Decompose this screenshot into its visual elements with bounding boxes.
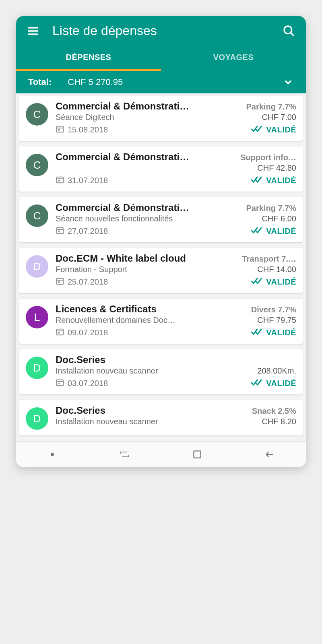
svg-rect-20	[57, 380, 64, 386]
tab-bar: DÉPENSES VOYAGES	[16, 45, 306, 71]
tab-voyages[interactable]: VOYAGES	[161, 45, 306, 71]
expense-title: Commercial & Démonstrati…	[56, 202, 242, 213]
date-text: 27.07.2018	[68, 227, 108, 236]
expense-card[interactable]: CCommercial & Démonstrati…Parking 7.7%Sé…	[19, 197, 303, 242]
calendar-icon	[56, 124, 64, 135]
expense-date: 03.07.2018	[56, 378, 247, 389]
nav-back-icon[interactable]	[262, 448, 278, 461]
expense-date: 09.07.2018	[56, 327, 247, 338]
svg-rect-11	[57, 228, 64, 234]
expense-title: Doc.Series	[56, 354, 296, 365]
expense-list: CCommercial & Démonstrati…Parking 7.7%Sé…	[16, 93, 306, 441]
expense-card[interactable]: DDoc.SeriesSnack 2.5%Installation nouvea…	[19, 400, 303, 436]
expense-tag: Parking 7.7%	[246, 102, 296, 111]
double-check-icon	[251, 328, 263, 338]
svg-rect-16	[58, 281, 60, 283]
avatar: L	[26, 306, 48, 328]
svg-rect-22	[58, 383, 60, 384]
svg-rect-23	[194, 451, 200, 458]
calendar-icon	[56, 277, 64, 287]
expense-subtitle: Renouvellement domaines Doc…	[56, 316, 253, 325]
status-badge: VALIDÉ	[251, 378, 296, 388]
expense-card[interactable]: LLicences & CertificatsDivers 7.7%Renouv…	[19, 299, 303, 344]
date-text: 25.07.2018	[68, 277, 108, 287]
expense-card[interactable]: CCommercial & Démonstrati…Support info… …	[19, 147, 303, 192]
expense-tag: Divers 7.7%	[251, 305, 296, 314]
status-text: VALIDÉ	[266, 125, 296, 134]
svg-rect-13	[58, 231, 60, 232]
expense-card[interactable]: DDoc.SeriesInstallation nouveau scanner2…	[19, 349, 303, 394]
svg-rect-17	[57, 329, 64, 335]
expense-amount: 208.00Km.	[257, 366, 296, 376]
status-badge: VALIDÉ	[251, 175, 296, 186]
page-title: Liste de dépenses	[52, 23, 270, 38]
expense-subtitle: Formation - Support	[56, 265, 253, 274]
calendar-icon	[56, 226, 64, 237]
double-check-icon	[251, 175, 263, 186]
status-text: VALIDÉ	[266, 227, 296, 236]
card-body: Doc.SeriesInstallation nouveau scanner20…	[56, 354, 296, 389]
date-text: 09.07.2018	[68, 328, 108, 337]
expense-subtitle: Installation nouveau scanner	[56, 417, 258, 426]
avatar: C	[26, 204, 48, 227]
expense-title: Licences & Certificats	[56, 303, 247, 315]
expense-title: Doc.ECM - White label cloud	[56, 253, 238, 264]
avatar: D	[26, 407, 48, 430]
expense-date: 27.07.2018	[56, 226, 247, 237]
svg-rect-8	[57, 177, 64, 183]
svg-rect-7	[58, 129, 60, 131]
date-text: 31.07.2018	[68, 176, 108, 185]
status-badge: VALIDÉ	[251, 277, 296, 287]
expense-card[interactable]: DDoc.ECM - White label cloudTransport 7.…	[19, 248, 303, 293]
expense-amount: CHF 7.00	[262, 113, 296, 122]
expense-title: Doc.Series	[56, 405, 248, 416]
expense-date: 25.07.2018	[56, 277, 247, 287]
chevron-down-icon[interactable]	[283, 76, 294, 88]
status-badge: VALIDÉ	[251, 328, 296, 338]
expense-date: 31.07.2018	[56, 175, 247, 186]
expense-tag: Snack 2.5%	[252, 407, 296, 416]
svg-line-4	[291, 33, 294, 36]
app-screen: Liste de dépenses DÉPENSES VOYAGES Total…	[16, 16, 306, 467]
expense-amount: CHF 6.00	[262, 214, 296, 223]
status-text: VALIDÉ	[266, 328, 296, 337]
total-bar[interactable]: Total: CHF 5 270.95	[16, 71, 306, 93]
search-icon[interactable]	[282, 24, 296, 38]
calendar-icon	[56, 175, 64, 186]
svg-rect-5	[57, 126, 64, 132]
expense-subtitle: Séance nouvelles fonctionnalités	[56, 214, 258, 223]
nav-recents-icon[interactable]	[117, 448, 133, 461]
status-text: VALIDÉ	[266, 176, 296, 185]
tab-depenses[interactable]: DÉPENSES	[16, 45, 161, 71]
double-check-icon	[251, 277, 263, 287]
card-body: Commercial & Démonstrati…Parking 7.7%Séa…	[56, 202, 296, 237]
svg-rect-14	[57, 279, 64, 285]
calendar-icon	[56, 327, 64, 338]
double-check-icon	[251, 378, 263, 388]
expense-amount: CHF 79.75	[257, 316, 296, 325]
nav-home-icon[interactable]	[189, 448, 205, 461]
expense-subtitle: Installation nouveau scanner	[56, 366, 253, 376]
expense-tag: Parking 7.7%	[246, 204, 296, 213]
svg-rect-19	[58, 332, 60, 334]
expense-card[interactable]: CCommercial & Démonstrati…Parking 7.7%Sé…	[19, 96, 303, 141]
expense-subtitle: Séance Digitech	[56, 113, 258, 122]
expense-tag: Transport 7.…	[242, 254, 296, 264]
double-check-icon	[251, 125, 263, 135]
card-body: Doc.ECM - White label cloudTransport 7.……	[56, 253, 296, 287]
expense-title: Commercial & Démonstrati…	[56, 151, 236, 163]
expense-title: Commercial & Démonstrati…	[56, 101, 242, 112]
menu-icon[interactable]	[26, 24, 40, 38]
status-text: VALIDÉ	[266, 379, 296, 388]
toolbar: Liste de dépenses	[16, 16, 306, 45]
svg-point-3	[284, 26, 292, 34]
expense-date: 15.08.2018	[56, 124, 247, 135]
status-badge: VALIDÉ	[251, 125, 296, 135]
app-header: Liste de dépenses DÉPENSES VOYAGES Total…	[16, 16, 306, 93]
svg-rect-10	[58, 180, 60, 182]
total-label: Total:	[28, 77, 52, 87]
expense-amount: CHF 14.00	[257, 265, 296, 274]
double-check-icon	[251, 226, 263, 236]
nav-indicator-icon[interactable]	[44, 448, 60, 461]
avatar: C	[26, 154, 48, 176]
